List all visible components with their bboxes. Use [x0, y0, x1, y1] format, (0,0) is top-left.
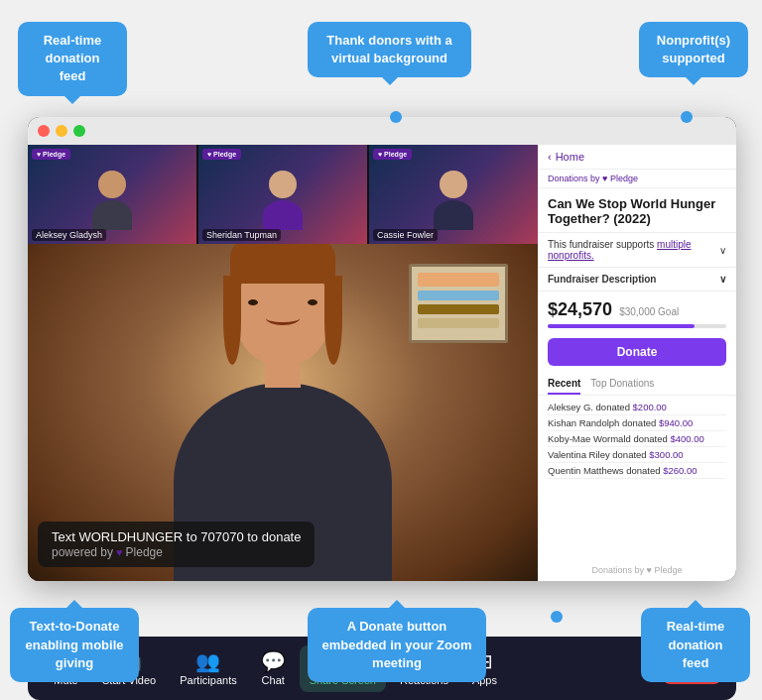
panel-fundraiser-desc[interactable]: Fundraiser Description ∨ [538, 268, 736, 292]
donation-item-0: Aleksey G. donated $200.00 [548, 400, 726, 415]
donation-text-1: Kishan Randolph donated [548, 417, 659, 428]
pledge-badge-3: ♥ Pledge [373, 149, 412, 160]
window-maximize-btn[interactable] [73, 125, 85, 137]
donation-amount-1: $940.00 [659, 417, 693, 428]
pledge-logo: powered by ♥ Pledge [52, 545, 163, 559]
panel-home-nav[interactable]: ‹ Home [538, 145, 736, 170]
toolbar-chat[interactable]: 💬 Chat [251, 645, 296, 692]
participants-icon: 👥 [195, 651, 220, 671]
toolbar-participants[interactable]: 👥 Participants [170, 645, 246, 692]
panel-powered-by: Donations by ♥ Pledge [538, 559, 736, 581]
donation-item-4: Quentin Matthews donated $260.00 [548, 463, 726, 479]
progress-bar-track [548, 324, 726, 328]
chat-icon: 💬 [261, 651, 286, 671]
donation-amount-2: $400.00 [670, 433, 703, 444]
video-area: ♥ Pledge Aleksey Gladysh ♥ Pledge Sh [28, 145, 538, 581]
connector-dot-nonprofit [681, 111, 693, 123]
tooltip-donate-button: A Donate button embedded in your Zoom me… [308, 608, 486, 682]
panel-tabs: Recent Top Donations [538, 374, 736, 396]
tab-top-donations[interactable]: Top Donations [590, 374, 654, 395]
pledge-badge-2: ♥ Pledge [202, 149, 241, 160]
thumbnail-sheridan: ♥ Pledge Sheridan Tupman [198, 145, 367, 244]
tooltip-realtime-bottom: Real-time donation feed [641, 608, 750, 682]
text-donate-line1: Text WORLDHUNGER to 707070 to donate [52, 529, 301, 544]
thumb-label-2: Sheridan Tupman [202, 229, 281, 241]
tooltip-thank-donors: Thank donors with a virtual background [308, 22, 471, 77]
donation-amount-3: $300.00 [649, 449, 683, 460]
panel-donations-by: Donations by ♥ Pledge [538, 170, 736, 188]
tooltip-text-donate: Text-to-Donate enabling mobile giving [10, 608, 139, 682]
zoom-content: ♥ Pledge Aleksey Gladysh ♥ Pledge Sh [28, 145, 736, 581]
connector-dot-donate-btn [551, 611, 563, 623]
panel-amount-value: $24,570 [548, 299, 612, 319]
donation-text-2: Koby-Mae Wormald donated [548, 433, 670, 444]
tooltip-nonprofit: Nonprofit(s) supported [639, 22, 748, 77]
connector-dot-thank-donors [390, 111, 402, 123]
donate-button[interactable]: Donate [548, 338, 726, 366]
donation-amount-4: $260.00 [663, 465, 697, 476]
window-close-btn[interactable] [38, 125, 50, 137]
zoom-window: ♥ Pledge Aleksey Gladysh ♥ Pledge Sh [28, 117, 736, 581]
progress-bar-fill [548, 324, 695, 328]
window-minimize-btn[interactable] [56, 125, 67, 137]
panel-amount-goal: $30,000 Goal [619, 306, 679, 317]
chat-label: Chat [262, 674, 285, 686]
donation-item-1: Kishan Randolph donated $940.00 [548, 415, 726, 431]
panel-supports: This fundraiser supports multiple nonpro… [538, 233, 736, 268]
tab-recent[interactable]: Recent [548, 374, 580, 395]
panel-campaign-title: Can We Stop World Hunger Together? (2022… [538, 188, 736, 233]
donation-panel[interactable]: ‹ Home Donations by ♥ Pledge Can We Stop… [538, 145, 736, 581]
donation-text-0: Aleksey G. donated [548, 402, 633, 412]
donation-text-4: Quentin Matthews donated [548, 465, 663, 476]
panel-amount: $24,570 $30,000 Goal [538, 292, 736, 324]
title-bar [28, 117, 736, 145]
donation-item-2: Koby-Mae Wormald donated $400.00 [548, 431, 726, 447]
donation-text-3: Valentina Riley donated [548, 449, 649, 460]
thumb-label-3: Cassie Fowler [373, 229, 438, 241]
donation-amount-0: $200.00 [633, 402, 667, 412]
thumbnail-strip: ♥ Pledge Aleksey Gladysh ♥ Pledge Sh [28, 145, 538, 244]
thumbnail-cassie: ♥ Pledge Cassie Fowler [369, 145, 538, 244]
panel-home-link[interactable]: Home [556, 151, 584, 163]
thumb-label-1: Aleksey Gladysh [32, 229, 106, 241]
text-donate-overlay: Text WORLDHUNGER to 707070 to donate pow… [38, 522, 315, 567]
participants-label: Participants [180, 674, 236, 686]
thumbnail-aleksey: ♥ Pledge Aleksey Gladysh [28, 145, 196, 244]
donation-list: Aleksey G. donated $200.00 Kishan Randol… [538, 396, 736, 483]
tooltip-realtime-top: Real-time donation feed [18, 22, 127, 96]
pledge-badge-1: ♥ Pledge [32, 149, 70, 160]
donation-item-3: Valentina Riley donated $300.00 [548, 447, 726, 463]
